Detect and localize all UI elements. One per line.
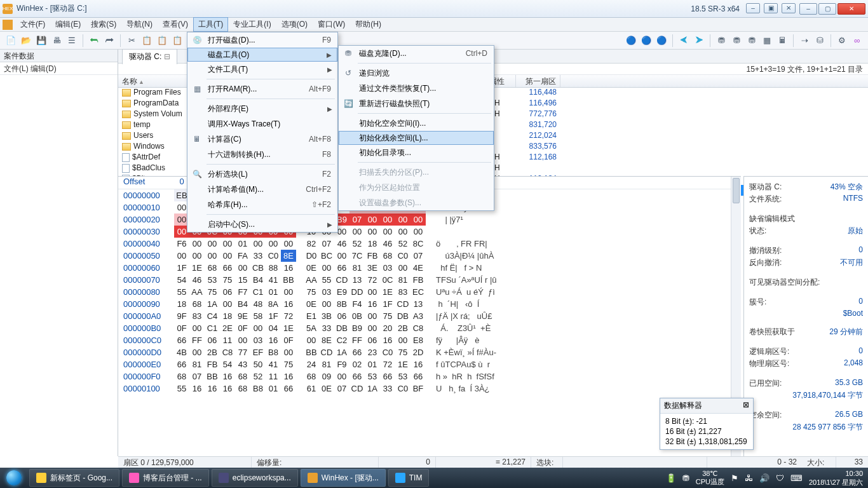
tb-disk1-icon[interactable]: ⛃ bbox=[714, 34, 728, 48]
menu-item[interactable]: ⛃磁盘克隆(D)...Ctrl+D bbox=[339, 46, 494, 61]
window-title: WinHex - [驱动器 C:] bbox=[17, 3, 87, 14]
menu-item[interactable]: 哈希库(H)...⇧+F2 bbox=[187, 197, 337, 212]
taskbar-item[interactable]: WinHex - [驱动... bbox=[301, 469, 386, 487]
tray-input-icon[interactable]: ⌨ bbox=[790, 473, 803, 483]
case-submenu[interactable]: 文件(L) 编辑(D) bbox=[0, 62, 118, 75]
tb-cut-icon[interactable]: ✂ bbox=[125, 34, 139, 48]
tray-clock[interactable]: 10:302018\1\27 星期六 bbox=[809, 469, 863, 487]
tb-find-icon[interactable]: 🔵 bbox=[624, 34, 638, 48]
mdi-restore-button[interactable]: ▣ bbox=[764, 3, 778, 13]
version-label: 18.5 SR-3 x64 bbox=[691, 4, 740, 13]
tb-paste-icon[interactable]: 📋 bbox=[170, 34, 184, 48]
tray-net-icon[interactable]: 🖧 bbox=[745, 473, 753, 483]
tb-ram-icon[interactable]: ▦ bbox=[760, 34, 774, 48]
tb-open2-icon[interactable]: 📂 bbox=[19, 34, 33, 48]
case-panel: 案件数据 文件(L) 编辑(D) bbox=[0, 50, 118, 456]
menu-item[interactable]: 调用X-Ways Trace(T) bbox=[187, 116, 337, 132]
tray-battery-icon[interactable]: 🔋 bbox=[666, 473, 676, 483]
menu-app-icon bbox=[3, 20, 13, 30]
menu-item[interactable]: 文件工具(T)▶ bbox=[187, 62, 337, 77]
tray-vol-icon[interactable]: 🔊 bbox=[759, 473, 770, 483]
menu-文件(F)[interactable]: 文件(F) bbox=[15, 17, 50, 32]
title-bar: HEX WinHex - [驱动器 C:] 18.5 SR-3 x64 – ▣ … bbox=[0, 0, 868, 18]
tb-calc-icon[interactable]: 🖩 bbox=[775, 34, 789, 48]
menu-item[interactable]: 初始化目录项... bbox=[339, 145, 494, 160]
maximize-button[interactable]: ▢ bbox=[818, 3, 836, 15]
taskbar-item[interactable]: TIM bbox=[388, 469, 430, 487]
tb-nav1-icon[interactable]: ⮜ bbox=[677, 34, 691, 48]
taskbar-item[interactable]: 博客后台管理 - ... bbox=[122, 469, 209, 487]
menu-item: 作为分区起始位置 bbox=[339, 180, 494, 195]
menu-item[interactable]: 初始化残余空间(L)... bbox=[339, 131, 494, 145]
properties-panel: 驱动器 C:43% 空余文件系统:NTFS缺省编辑模式状态:原始撤消级别:0反向… bbox=[743, 176, 868, 456]
tb-nav2-icon[interactable]: ⮞ bbox=[692, 34, 706, 48]
tb-props-icon[interactable]: ☰ bbox=[65, 34, 79, 48]
mdi-min-button[interactable]: – bbox=[746, 3, 760, 13]
mdi-close-button[interactable]: ✕ bbox=[782, 3, 796, 13]
tb-disk2-icon[interactable]: ⛃ bbox=[729, 34, 743, 48]
tb-copytext-icon[interactable]: 📋 bbox=[155, 34, 169, 48]
system-tray[interactable]: 🔋 ⛃ 38℃CPU温度 ⚑ 🖧 🔊 🛡 ⌨ 10:302018\1\27 星期… bbox=[661, 469, 868, 487]
data-interpreter-title: 数据解释器 bbox=[664, 400, 702, 411]
menu-item[interactable]: 通过文件类型恢复(T)... bbox=[339, 81, 494, 96]
menu-item[interactable]: ▦打开RAM(R)...Alt+F9 bbox=[187, 81, 337, 97]
menu-查看(V)[interactable]: 查看(V) bbox=[158, 17, 193, 32]
status-sector: 扇区 0 / 129,579,000 bbox=[118, 457, 252, 468]
menu-专业工具(I)[interactable]: 专业工具(I) bbox=[228, 17, 276, 32]
menu-item[interactable]: 🔍分析选块(L)F2 bbox=[187, 166, 337, 182]
tb-help-icon[interactable]: ∞ bbox=[850, 34, 864, 48]
menu-item[interactable]: 启动中心(S)...▶ bbox=[187, 217, 337, 232]
tools-menu[interactable]: 💿打开磁盘(D)...F9磁盘工具(O)▶文件工具(T)▶▦打开RAM(R)..… bbox=[187, 32, 338, 233]
minimize-button[interactable]: – bbox=[799, 3, 817, 15]
tray-drive-icon[interactable]: ⛃ bbox=[682, 473, 689, 483]
tb-findhex-icon[interactable]: 🔵 bbox=[654, 34, 668, 48]
status-bar: 扇区 0 / 129,579,000 偏移量: 0 = 21,227 选块: 0… bbox=[118, 456, 868, 468]
taskbar-item[interactable]: 新标签页 - Goog... bbox=[29, 469, 119, 487]
tb-back-icon[interactable]: ⮪ bbox=[87, 34, 101, 48]
app-icon: HEX bbox=[3, 4, 13, 14]
menu-item[interactable]: 磁盘工具(O)▶ bbox=[187, 48, 337, 62]
tb-fwd-icon[interactable]: ⮫ bbox=[102, 34, 116, 48]
tray-flag-icon[interactable]: ⚑ bbox=[731, 473, 738, 483]
case-header: 案件数据 bbox=[0, 50, 118, 62]
tb-open-icon[interactable]: 📄 bbox=[4, 34, 18, 48]
taskbar-item[interactable]: eclipseworkspa... bbox=[212, 469, 298, 487]
start-button[interactable] bbox=[0, 468, 28, 488]
tb-copy-icon[interactable]: 📋 bbox=[140, 34, 154, 48]
hex-offset-header: Offset bbox=[118, 177, 174, 189]
menu-item: 扫描丢失的分区(P)... bbox=[339, 165, 494, 180]
menu-item[interactable]: ↺递归浏览 bbox=[339, 65, 494, 81]
menu-bar: 文件(F)编辑(E)搜索(S)导航(N)查看(V)工具(T)专业工具(I)选项(… bbox=[0, 18, 868, 32]
menu-item[interactable]: 💿打开磁盘(D)...F9 bbox=[187, 32, 337, 48]
data-interpreter-close-icon[interactable]: ⊠ bbox=[743, 400, 749, 411]
menu-选项(O)[interactable]: 选项(O) bbox=[276, 17, 313, 32]
drive-tab-c[interactable]: 驱动器 C: ⊟ bbox=[122, 49, 177, 64]
menu-搜索(S)[interactable]: 搜索(S) bbox=[86, 17, 121, 32]
tb-pos-icon[interactable]: ⇢ bbox=[797, 34, 811, 48]
menu-item: 设置磁盘参数(S)... bbox=[339, 195, 494, 210]
tb-findtext-icon[interactable]: 🔵 bbox=[639, 34, 653, 48]
menu-导航(N)[interactable]: 导航(N) bbox=[121, 17, 158, 32]
tb-vol-icon[interactable]: ⛁ bbox=[813, 34, 827, 48]
tb-print-icon[interactable]: 🖶 bbox=[50, 34, 64, 48]
data-interpreter[interactable]: 数据解释器⊠ 8 Bit (±): -2116 Bit (±) 21,22732… bbox=[660, 398, 754, 450]
menu-窗口(W)[interactable]: 窗口(W) bbox=[313, 17, 350, 32]
taskbar[interactable]: 新标签页 - Goog...博客后台管理 - ...eclipseworkspa… bbox=[0, 468, 868, 488]
menu-工具(T)[interactable]: 工具(T) bbox=[193, 17, 228, 32]
menu-item[interactable]: 十六进制转换(H)...F8 bbox=[187, 147, 337, 162]
menu-帮助(H)[interactable]: 帮助(H) bbox=[350, 17, 386, 32]
menu-编辑(E)[interactable]: 编辑(E) bbox=[50, 17, 86, 32]
tb-opt-icon[interactable]: ⚙ bbox=[835, 34, 849, 48]
disk-tools-submenu[interactable]: ⛃磁盘克隆(D)...Ctrl+D↺递归浏览通过文件类型恢复(T)...🔄重新进… bbox=[338, 45, 494, 211]
tb-save-icon[interactable]: 💾 bbox=[34, 34, 48, 48]
menu-item[interactable]: 计算哈希值(M)...Ctrl+F2 bbox=[187, 182, 337, 197]
tb-disk3-icon[interactable]: ⛃ bbox=[745, 34, 759, 48]
menu-item[interactable]: 初始化空余空间(I)... bbox=[339, 116, 494, 131]
menu-item[interactable]: 🖩计算器(C)Alt+F8 bbox=[187, 132, 337, 147]
menu-item[interactable]: 🔄重新进行磁盘快照(T) bbox=[339, 96, 494, 111]
tray-shield-icon[interactable]: 🛡 bbox=[776, 473, 784, 483]
close-button[interactable]: ✕ bbox=[837, 3, 865, 15]
menu-item[interactable]: 外部程序(E)▶ bbox=[187, 101, 337, 116]
